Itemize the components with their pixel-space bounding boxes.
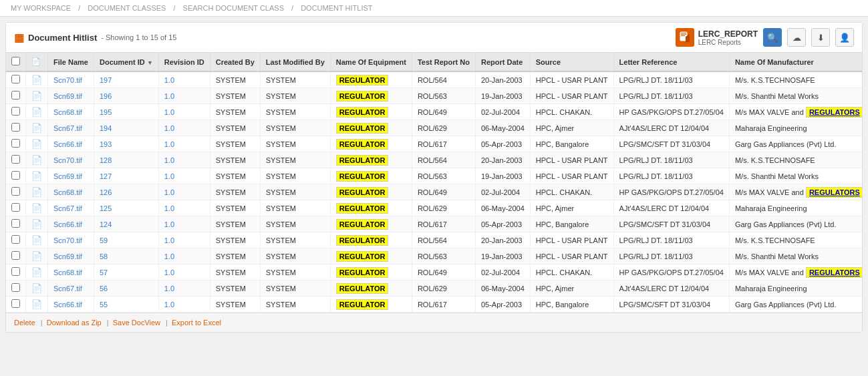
row-checkbox[interactable] bbox=[11, 235, 20, 244]
filename-link[interactable]: Scn69.tif bbox=[53, 92, 82, 100]
row-checkbox[interactable] bbox=[11, 107, 20, 116]
docid-link[interactable]: 194 bbox=[100, 124, 112, 132]
row-checkbox[interactable] bbox=[11, 155, 20, 164]
docid-link[interactable]: 127 bbox=[100, 172, 112, 180]
row-filename[interactable]: Scn67.tif bbox=[48, 280, 94, 297]
revid-link[interactable]: 1.0 bbox=[164, 268, 174, 276]
row-checkbox[interactable] bbox=[11, 267, 20, 276]
export-excel-link[interactable]: Export to Excel bbox=[172, 319, 221, 327]
select-all-checkbox[interactable] bbox=[11, 57, 20, 65]
row-checkbox[interactable] bbox=[11, 75, 20, 83]
col-lastmod-header[interactable]: Last Modified By bbox=[260, 53, 330, 71]
col-equipment-header[interactable]: Name Of Equipment bbox=[330, 53, 412, 71]
revid-link[interactable]: 1.0 bbox=[164, 204, 174, 212]
revid-link[interactable]: 1.0 bbox=[164, 220, 174, 228]
delete-link[interactable]: Delete bbox=[14, 319, 35, 327]
filename-link[interactable]: Scn67.tif bbox=[53, 204, 82, 212]
docid-link[interactable]: 128 bbox=[100, 156, 112, 164]
docid-link[interactable]: 124 bbox=[100, 220, 112, 228]
row-checkbox[interactable] bbox=[11, 219, 20, 228]
row-filename[interactable]: Scn67.tif bbox=[48, 120, 94, 136]
docid-link[interactable]: 197 bbox=[100, 76, 112, 84]
row-checkbox[interactable] bbox=[11, 123, 20, 132]
row-filename[interactable]: Scn66.tif bbox=[48, 297, 94, 313]
save-docview-link[interactable]: Save DocView bbox=[113, 319, 160, 327]
col-filename-header[interactable]: File Name bbox=[48, 53, 94, 71]
docid-link[interactable]: 59 bbox=[100, 236, 108, 244]
revid-link[interactable]: 1.0 bbox=[164, 140, 174, 148]
revid-link[interactable]: 1.0 bbox=[164, 236, 174, 244]
filename-link[interactable]: Scn70.tif bbox=[53, 156, 82, 164]
row-filename[interactable]: Scn69.tif bbox=[48, 88, 94, 104]
docid-link[interactable]: 125 bbox=[100, 204, 112, 212]
filename-link[interactable]: Scn68.tif bbox=[53, 188, 82, 196]
revid-link[interactable]: 1.0 bbox=[164, 76, 174, 84]
revid-link[interactable]: 1.0 bbox=[164, 92, 174, 100]
row-filename[interactable]: Scn68.tif bbox=[48, 184, 94, 200]
filename-link[interactable]: Scn70.tif bbox=[53, 76, 82, 84]
row-checkbox[interactable] bbox=[11, 203, 20, 212]
col-manufacturer-header[interactable]: Name Of Manufacturer bbox=[729, 53, 862, 71]
filename-link[interactable]: Scn66.tif bbox=[53, 140, 82, 148]
row-checkbox[interactable] bbox=[11, 139, 20, 148]
docid-link[interactable]: 57 bbox=[100, 268, 108, 276]
filename-link[interactable]: Scn69.tif bbox=[53, 252, 82, 260]
col-checkbox[interactable] bbox=[6, 53, 26, 71]
upload-button[interactable]: ☁ bbox=[787, 28, 806, 47]
row-checkbox[interactable] bbox=[11, 251, 20, 260]
revid-link[interactable]: 1.0 bbox=[164, 285, 174, 293]
docid-link[interactable]: 126 bbox=[100, 188, 112, 196]
download-button[interactable]: ⬇ bbox=[811, 28, 830, 47]
row-checkbox[interactable] bbox=[11, 187, 20, 196]
nav-docclasses[interactable]: DOCUMENT CLASSES bbox=[88, 4, 166, 12]
filename-link[interactable]: Scn69.tif bbox=[53, 172, 82, 180]
docid-link[interactable]: 195 bbox=[100, 108, 112, 116]
row-filename[interactable]: Scn66.tif bbox=[48, 136, 94, 152]
revid-link[interactable]: 1.0 bbox=[164, 108, 174, 116]
filename-link[interactable]: Scn66.tif bbox=[53, 220, 82, 228]
filename-link[interactable]: Scn68.tif bbox=[53, 268, 82, 276]
filename-link[interactable]: Scn70.tif bbox=[53, 236, 82, 244]
revid-link[interactable]: 1.0 bbox=[164, 156, 174, 164]
download-zip-link[interactable]: Download as Zip bbox=[47, 319, 102, 327]
search-button[interactable]: 🔍 bbox=[763, 28, 782, 47]
row-checkbox[interactable] bbox=[11, 299, 20, 308]
row-checkbox[interactable] bbox=[11, 91, 20, 100]
row-filename[interactable]: Scn70.tif bbox=[48, 152, 94, 168]
nav-search[interactable]: SEARCH DOCUMENT CLASS bbox=[183, 4, 284, 12]
row-filename[interactable]: Scn66.tif bbox=[48, 216, 94, 232]
row-filename[interactable]: Scn69.tif bbox=[48, 168, 94, 184]
col-letterref-header[interactable]: Letter Reference bbox=[613, 53, 729, 71]
row-filename[interactable]: Scn68.tif bbox=[48, 104, 94, 120]
col-revid-header[interactable]: Revision ID bbox=[158, 53, 210, 71]
docid-link[interactable]: 58 bbox=[100, 252, 108, 260]
regulators-link[interactable]: REGULATORS bbox=[806, 107, 862, 118]
col-reportdate-header[interactable]: Report Date bbox=[475, 53, 530, 71]
revid-link[interactable]: 1.0 bbox=[164, 172, 174, 180]
revid-link[interactable]: 1.0 bbox=[164, 252, 174, 260]
filename-link[interactable]: Scn67.tif bbox=[53, 124, 82, 132]
row-filename[interactable]: Scn68.tif bbox=[48, 264, 94, 280]
col-createdby-header[interactable]: Created By bbox=[210, 53, 260, 71]
filename-link[interactable]: Scn68.tif bbox=[53, 108, 82, 116]
regulators-link[interactable]: REGULATORS bbox=[806, 267, 862, 278]
col-docid-header[interactable]: Document ID ▼ bbox=[94, 53, 158, 71]
row-checkbox[interactable] bbox=[11, 171, 20, 180]
user-button[interactable]: 👤 bbox=[835, 28, 854, 47]
revid-link[interactable]: 1.0 bbox=[164, 301, 174, 309]
row-filename[interactable]: Scn70.tif bbox=[48, 232, 94, 248]
filename-link[interactable]: Scn67.tif bbox=[53, 285, 82, 293]
row-checkbox[interactable] bbox=[11, 283, 20, 292]
docid-link[interactable]: 55 bbox=[100, 301, 108, 309]
row-filename[interactable]: Scn67.tif bbox=[48, 200, 94, 216]
row-filename[interactable]: Scn69.tif bbox=[48, 248, 94, 264]
docid-link[interactable]: 196 bbox=[100, 92, 112, 100]
filename-link[interactable]: Scn66.tif bbox=[53, 301, 82, 309]
docid-link[interactable]: 56 bbox=[100, 285, 108, 293]
regulators-link[interactable]: REGULATORS bbox=[806, 187, 862, 198]
col-testreport-header[interactable]: Test Report No bbox=[412, 53, 475, 71]
revid-link[interactable]: 1.0 bbox=[164, 124, 174, 132]
docid-link[interactable]: 193 bbox=[100, 140, 112, 148]
nav-workspace[interactable]: MY WORKSPACE bbox=[11, 4, 71, 12]
revid-link[interactable]: 1.0 bbox=[164, 188, 174, 196]
